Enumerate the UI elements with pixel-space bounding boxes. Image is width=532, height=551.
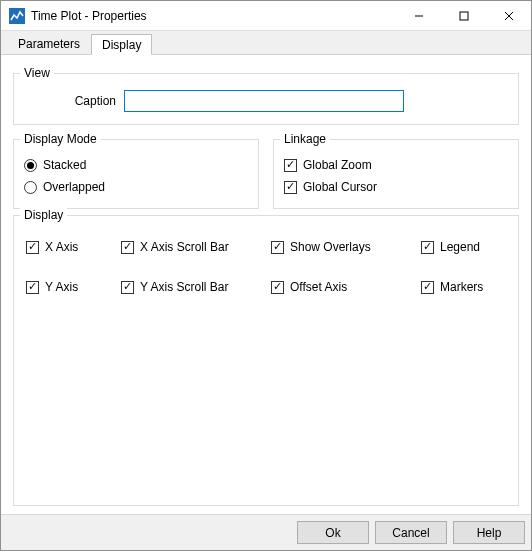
window-title: Time Plot - Properties — [31, 9, 147, 23]
close-button[interactable] — [486, 1, 531, 31]
check-legend[interactable]: Legend — [421, 236, 521, 258]
checkbox-icon — [121, 281, 134, 294]
button-bar: Ok Cancel Help — [1, 514, 531, 550]
content-area: View Caption Display Mode Stacked Overla… — [1, 55, 531, 514]
tab-strip: Parameters Display — [1, 31, 531, 55]
caption-label: Caption — [64, 94, 124, 108]
check-global-zoom[interactable]: Global Zoom — [284, 154, 508, 176]
radio-icon — [24, 181, 37, 194]
checkbox-icon — [271, 241, 284, 254]
check-show-overlays[interactable]: Show Overlays — [271, 236, 421, 258]
group-view-legend: View — [20, 66, 54, 80]
check-x-axis[interactable]: X Axis — [26, 236, 121, 258]
group-display: Display X Axis X Axis Scroll Bar Show Ov… — [13, 215, 519, 506]
radio-overlapped-label: Overlapped — [43, 180, 105, 194]
group-linkage-legend: Linkage — [280, 132, 330, 146]
tab-display[interactable]: Display — [91, 34, 152, 55]
checkbox-icon — [271, 281, 284, 294]
check-markers-label: Markers — [440, 280, 483, 294]
group-view: View Caption — [13, 73, 519, 125]
cancel-button[interactable]: Cancel — [375, 521, 447, 544]
svg-rect-2 — [460, 12, 468, 20]
minimize-button[interactable] — [396, 1, 441, 31]
check-show-overlays-label: Show Overlays — [290, 240, 371, 254]
checkbox-icon — [284, 159, 297, 172]
check-offset-axis[interactable]: Offset Axis — [271, 276, 421, 298]
check-x-axis-scroll[interactable]: X Axis Scroll Bar — [121, 236, 271, 258]
app-icon — [9, 8, 25, 24]
check-x-axis-scroll-label: X Axis Scroll Bar — [140, 240, 229, 254]
maximize-button[interactable] — [441, 1, 486, 31]
check-legend-label: Legend — [440, 240, 480, 254]
checkbox-icon — [421, 241, 434, 254]
check-offset-axis-label: Offset Axis — [290, 280, 347, 294]
checkbox-icon — [26, 241, 39, 254]
group-display-legend: Display — [20, 208, 67, 222]
group-linkage: Linkage Global Zoom Global Cursor — [273, 139, 519, 209]
checkbox-icon — [26, 281, 39, 294]
ok-button[interactable]: Ok — [297, 521, 369, 544]
check-y-axis-label: Y Axis — [45, 280, 78, 294]
check-global-cursor[interactable]: Global Cursor — [284, 176, 508, 198]
radio-icon — [24, 159, 37, 172]
check-markers[interactable]: Markers — [421, 276, 521, 298]
check-x-axis-label: X Axis — [45, 240, 78, 254]
checkbox-icon — [284, 181, 297, 194]
checkbox-icon — [121, 241, 134, 254]
title-bar: Time Plot - Properties — [1, 1, 531, 31]
check-y-axis-scroll[interactable]: Y Axis Scroll Bar — [121, 276, 271, 298]
radio-stacked-label: Stacked — [43, 158, 86, 172]
check-y-axis[interactable]: Y Axis — [26, 276, 121, 298]
radio-stacked[interactable]: Stacked — [24, 154, 248, 176]
caption-input[interactable] — [124, 90, 404, 112]
help-button[interactable]: Help — [453, 521, 525, 544]
checkbox-icon — [421, 281, 434, 294]
check-global-cursor-label: Global Cursor — [303, 180, 377, 194]
radio-overlapped[interactable]: Overlapped — [24, 176, 248, 198]
check-global-zoom-label: Global Zoom — [303, 158, 372, 172]
dialog-window: Time Plot - Properties Parameters Displa… — [0, 0, 532, 551]
group-display-mode: Display Mode Stacked Overlapped — [13, 139, 259, 209]
check-y-axis-scroll-label: Y Axis Scroll Bar — [140, 280, 228, 294]
group-display-mode-legend: Display Mode — [20, 132, 101, 146]
tab-parameters[interactable]: Parameters — [7, 33, 91, 54]
